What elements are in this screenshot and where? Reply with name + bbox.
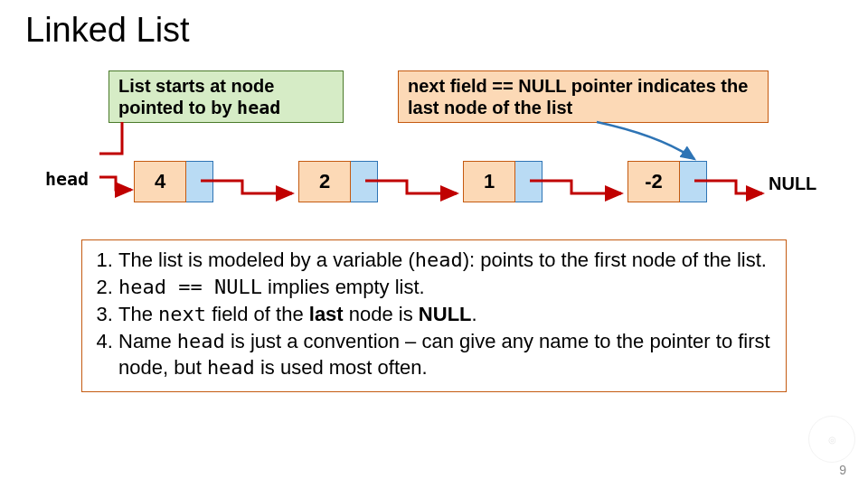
notes-box: The list is modeled by a variable (head)… [81, 239, 787, 392]
node-3: -2 [627, 161, 707, 202]
note-text: implies empty list. [262, 276, 425, 298]
note-text: node is [344, 303, 419, 325]
note-text: is used most often. [255, 356, 428, 379]
note-2: head == NULL implies empty list. [118, 275, 775, 300]
node-next [515, 161, 542, 202]
note-mono: head [207, 356, 255, 379]
node-1: 2 [298, 161, 378, 202]
note-bold: NULL [419, 303, 472, 325]
annotation-head: List starts at node pointed to by head [108, 70, 344, 123]
node-data: 1 [463, 161, 515, 202]
note-bold: last [309, 303, 344, 325]
node-data: 4 [134, 161, 186, 202]
page-title: Linked List [25, 11, 190, 50]
node-2: 1 [463, 161, 542, 202]
note-text: The [118, 303, 158, 325]
page-number: 9 [839, 463, 846, 477]
annotation-head-mono: head [237, 97, 280, 118]
node-next [186, 161, 213, 202]
node-next [351, 161, 378, 202]
annotation-null: next field == NULL pointer indicates the… [398, 70, 769, 123]
note-text: ): points to the first node of the list. [463, 249, 767, 271]
note-1: The list is modeled by a variable (head)… [118, 248, 775, 273]
note-4: Name head is just a convention – can giv… [118, 329, 775, 380]
logo-watermark: ◎ [808, 416, 855, 463]
node-data: 2 [298, 161, 351, 202]
note-text: . [472, 303, 477, 325]
head-label: head [45, 168, 89, 190]
note-mono: head [177, 330, 225, 352]
node-0: 4 [134, 161, 213, 202]
note-text: field of the [206, 303, 309, 325]
node-data: -2 [627, 161, 680, 202]
note-mono: next [158, 303, 206, 325]
note-text: The list is modeled by a variable ( [118, 249, 415, 271]
null-label: NULL [769, 174, 816, 194]
node-next [680, 161, 707, 202]
note-mono: head == NULL [118, 276, 262, 298]
note-text: Name [118, 330, 177, 352]
note-mono: head [415, 249, 463, 271]
note-3: The next field of the last node is NULL. [118, 302, 775, 327]
